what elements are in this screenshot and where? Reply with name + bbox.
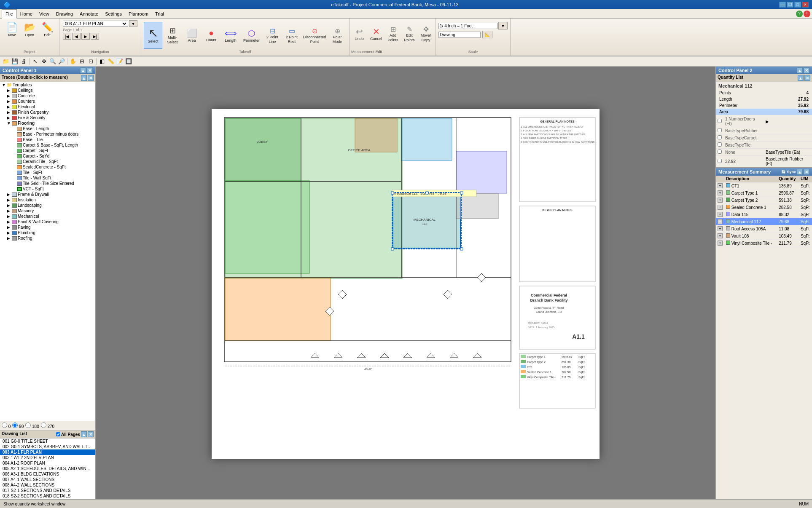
rubber-checkbox[interactable] <box>718 128 722 132</box>
close-btn[interactable]: ✕ <box>802 2 809 8</box>
tree-base-length[interactable]: Base - Length <box>0 126 95 131</box>
meas-row-data[interactable]: + Data 115 88.32 SqFt <box>716 211 812 218</box>
drawing-list-close[interactable]: ✕ <box>88 431 94 437</box>
tree-base-tile[interactable]: Base - Tile <box>0 137 95 142</box>
restore-btn[interactable]: ❐ <box>787 2 793 8</box>
tree-templates[interactable]: ▼ 📁 Templates <box>0 82 95 88</box>
qty-list-up[interactable]: ▲ <box>798 75 804 81</box>
drawing-item-a12-roof[interactable]: 004 A1-2 ROOF PLAN <box>0 460 95 466</box>
icon-bar-btn-fit[interactable]: ⊞ <box>78 57 86 66</box>
tree-roofing[interactable]: ▶ Roofing <box>0 235 95 241</box>
menu-annotate[interactable]: Annotate <box>76 9 102 19</box>
multi-select-button[interactable]: ⊞ Multi-Select <box>163 22 182 49</box>
tree-carpet-sqyd[interactable]: Carpet - SqYd <box>0 153 95 159</box>
disconnected-point-button[interactable]: ⊙ DisconnectedPoint <box>302 22 327 49</box>
menu-settings[interactable]: Settings <box>102 9 125 19</box>
traces-close[interactable]: ✕ <box>88 75 94 81</box>
meas-row-carpet1[interactable]: + Carpet Type 1 2596.87 SqFt <box>716 190 812 197</box>
blueprint[interactable]: LOBBY OFFICE AREA MECHANICAL 112 46'-8" … <box>212 109 600 459</box>
tree-insulation[interactable]: ▶ Insulation <box>0 197 95 203</box>
meas-row-vinyl[interactable]: + Vinyl Composite Tile - 211.79 SqFt <box>716 240 812 247</box>
drawing-item-s21[interactable]: 017 S2-1 SECTIONS AND DETAILS <box>0 488 95 493</box>
maximize-btn[interactable]: □ <box>794 2 801 8</box>
drawing-item-g00[interactable]: 001 G0-0 TITLE SHEET <box>0 438 95 444</box>
tile-ea-checkbox[interactable] <box>718 150 722 154</box>
meas-row-ct1[interactable]: + CT1 136.89 SqFt <box>716 182 812 190</box>
scale-tool-btn[interactable]: 📐 <box>482 31 492 38</box>
tree-paving[interactable]: ▶ Paving <box>0 225 95 230</box>
base-rubber-checkbox[interactable] <box>718 159 722 163</box>
scale-value-input[interactable] <box>438 23 497 29</box>
tree-fire-security[interactable]: ▶ Fire & Security <box>0 115 95 120</box>
area-tool-button[interactable]: ⬜ Area <box>183 22 201 49</box>
icon-bar-btn-zoom[interactable]: 🔍 <box>48 57 57 66</box>
angle-180-radio[interactable] <box>25 422 31 428</box>
left-panel-minimize[interactable]: ▲ <box>80 67 86 73</box>
tree-vct[interactable]: VCT - SqFt <box>0 186 95 192</box>
cancel-button[interactable]: ✕ Cancel <box>368 20 384 47</box>
tree-sealed-concrete[interactable]: SealedConcrete - SqFt <box>0 164 95 170</box>
drawing-item-a42[interactable]: 008 A4-2 WALL SECTIONS <box>0 482 95 488</box>
meas-row-mechanical[interactable]: + Mechanical 112 79.68 SqFt <box>716 218 812 225</box>
select-tool-button[interactable]: ↖ Select <box>144 22 162 49</box>
left-panel-close[interactable]: ✕ <box>87 67 93 73</box>
tree-landscaping[interactable]: ▶ Landscaping <box>0 203 95 208</box>
icon-bar-btn-move[interactable]: ✥ <box>40 57 48 66</box>
icon-bar-btn-bg[interactable]: 🔲 <box>124 57 133 66</box>
tree-carpet-base[interactable]: Carpet & Base - SqFt, Length <box>0 142 95 148</box>
help-icon[interactable]: ? <box>796 11 803 17</box>
icon-bar-btn-note[interactable]: 📝 <box>116 57 124 66</box>
drawing-item-g01[interactable]: 002 G0-1 SYMBOLS, ABBREV, AND WALL TYPES <box>0 444 95 449</box>
tree-mechanical[interactable]: ▶ Mechanical <box>0 214 95 219</box>
vinyl-expand[interactable]: + <box>718 241 723 246</box>
two-point-rect-button[interactable]: ▭ 2 PointRect <box>282 22 301 49</box>
menu-file[interactable]: File <box>2 9 17 19</box>
drawing-item-a11[interactable]: 003 A1-1 FLR PLAN <box>0 449 95 455</box>
carpet1-expand[interactable]: + <box>718 190 723 195</box>
open-button[interactable]: 📂 Open <box>21 20 38 39</box>
tree-masonry[interactable]: ▶ Masonry <box>0 208 95 214</box>
tree-paint[interactable]: ▶ Paint & Wall Covering <box>0 219 95 225</box>
count-tool-button[interactable]: ● Count <box>202 22 220 49</box>
icon-bar-btn-layer[interactable]: ◧ <box>98 57 106 66</box>
roof-expand[interactable]: + <box>718 226 723 231</box>
tree-flooring[interactable]: ▼ Flooring <box>0 120 95 126</box>
icon-bar-btn-arrow[interactable]: ↖ <box>31 57 39 66</box>
tree-frame-drywall[interactable]: ▶ Frame & Drywall <box>0 192 95 197</box>
tile-checkbox[interactable] <box>718 142 722 147</box>
menu-planroom[interactable]: Planroom <box>125 9 152 19</box>
meas-summary-close[interactable]: ✕ <box>804 169 809 175</box>
icon-bar-btn-2[interactable]: 💾 <box>11 57 19 66</box>
tree-tile-sqft[interactable]: Tile - SqFt <box>0 170 95 175</box>
icon-bar-btn-pan[interactable]: ✋ <box>69 57 77 66</box>
tree-base-perimeter[interactable]: Base - Perimeter minus doors <box>0 131 95 137</box>
drawing-item-a41[interactable]: 007 A4-1 WALL SECTIONS <box>0 477 95 482</box>
meas-row-roof[interactable]: + Roof Access 105A 11.08 SqFt <box>716 225 812 233</box>
carpet-checkbox[interactable] <box>718 135 722 139</box>
meas-row-carpet2[interactable]: + Carpet Type 2 591.38 SqFt <box>716 197 812 204</box>
tree-electrical[interactable]: ▶ Electrical <box>0 104 95 110</box>
meas-row-sealed[interactable]: + Sealed Concrete 1 282.58 SqFt <box>716 204 812 211</box>
icon-bar-btn-1[interactable]: 📁 <box>2 57 10 66</box>
data-expand[interactable]: + <box>718 212 723 217</box>
all-pages-checkbox[interactable] <box>56 432 60 436</box>
scale-dropdown-btn[interactable]: ▼ <box>498 22 508 29</box>
menu-view[interactable]: View <box>36 9 53 19</box>
ct1-expand[interactable]: + <box>718 183 723 188</box>
qty-list-close[interactable]: ✕ <box>804 75 810 81</box>
undo-button[interactable]: ↩ Undo <box>351 20 367 47</box>
alert-icon[interactable]: ! <box>804 11 810 17</box>
icon-bar-btn-zoomout[interactable]: 🔎 <box>57 57 66 66</box>
tree-ceramic-tile[interactable]: CeramicTile - SqFt <box>0 159 95 164</box>
drawing-item-s22[interactable]: 018 S2-2 SECTIONS AND DETAILS <box>0 493 95 499</box>
drawing-item-a12-2nd[interactable]: 003.1 A1-2 2ND FLR PLAN <box>0 455 95 460</box>
edit-points-button[interactable]: ✎ EditPoints <box>401 20 417 47</box>
meas-summary-up[interactable]: ▲ <box>797 169 803 175</box>
drawing-scale-input[interactable] <box>438 32 481 38</box>
drawing-item-a31[interactable]: 006 A3-1 BLDG ELEVATIONS <box>0 471 95 477</box>
nav-next[interactable]: ▶ <box>81 33 90 40</box>
icon-bar-btn-fit2[interactable]: ⊡ <box>86 57 95 66</box>
carpet2-expand[interactable]: + <box>718 198 723 203</box>
drawing-list-up[interactable]: ▲ <box>81 431 87 437</box>
drawing-item-a21[interactable]: 005 A2-1 SCHEDULES, DETAILS, AND WINDOW- <box>0 466 95 471</box>
